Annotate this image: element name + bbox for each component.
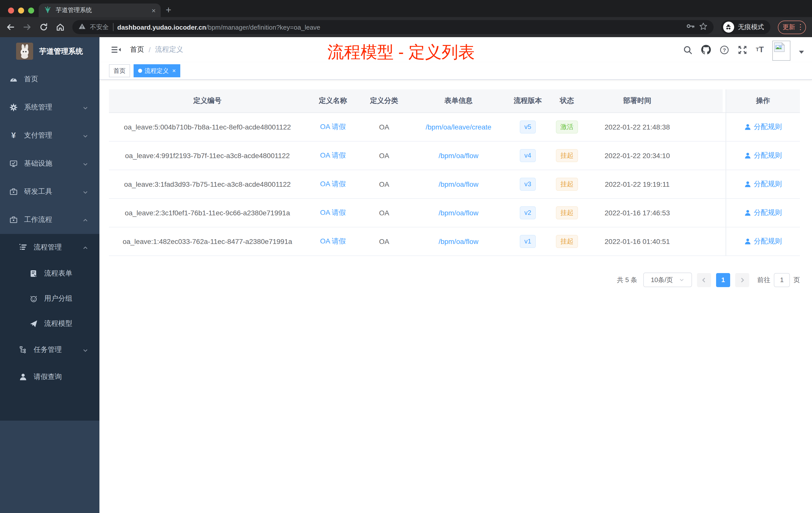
incognito-label: 无痕模式 [738, 23, 764, 32]
form-link[interactable]: /bpm/oa/flow [439, 209, 478, 217]
github-icon[interactable] [701, 45, 711, 55]
version-badge: v4 [520, 149, 535, 162]
sidebar-item-payment[interactable]: ¥ 支付管理 [0, 121, 99, 150]
chevron-down-icon [82, 189, 88, 197]
definition-name-link[interactable]: OA 请假 [320, 180, 346, 189]
page-content: 定义编号 定义名称 定义分类 表单信息 流程版本 状态 部署时间 操作 oa_l… [99, 80, 812, 287]
definition-name-link[interactable]: OA 请假 [320, 208, 346, 217]
annotation-title: 流程模型 - 定义列表 [327, 41, 475, 64]
chevron-down-icon [82, 161, 88, 169]
form-link[interactable]: /bpm/oa/flow [439, 152, 478, 160]
browser-tab[interactable]: 芋道管理系统 × [39, 3, 161, 17]
list-tree-icon [19, 243, 27, 251]
chevron-down-icon [82, 132, 88, 141]
sidebar-item-infrastructure[interactable]: 基础设施 [0, 150, 99, 178]
page-number-active[interactable]: 1 [716, 273, 730, 287]
cell-deploy-time: 2022-01-22 21:48:38 [587, 113, 688, 141]
chevron-up-icon [82, 217, 88, 225]
sidebar-logo[interactable]: 芋道管理系统 [0, 37, 99, 65]
fullscreen-icon[interactable] [738, 45, 747, 55]
close-window-button[interactable] [8, 7, 14, 13]
page-size-select[interactable]: 10条/页 [643, 273, 692, 287]
version-badge: v2 [520, 206, 535, 219]
chevron-left-icon [701, 277, 707, 283]
assign-rule-button[interactable]: 分配规则 [744, 180, 782, 189]
sidebar-item-dev-tools[interactable]: 研发工具 [0, 178, 99, 206]
back-icon[interactable] [6, 23, 15, 32]
chevron-up-icon [82, 244, 88, 252]
breadcrumb: 首页 / 流程定义 [130, 45, 183, 54]
paper-plane-icon [30, 320, 38, 328]
incognito-chip: 无痕模式 [721, 20, 770, 34]
cell-definition-id: oa_leave:4:991f2193-7b7f-11ec-a3c8-acde4… [109, 142, 306, 170]
status-badge: 挂起 [556, 178, 578, 191]
url-bar[interactable]: 不安全 dashboard.yudao.iocoder.cn/bpm/manag… [72, 20, 713, 34]
user-avatar[interactable] [772, 41, 790, 61]
window-controls[interactable] [8, 7, 34, 13]
bookmark-star-icon[interactable] [699, 22, 707, 32]
assign-rule-button[interactable]: 分配规则 [744, 237, 782, 246]
cell-definition-id: oa_leave:2:3c1f0ef1-76b1-11ec-9c66-a2380… [109, 199, 306, 227]
sidebar-item-task-management[interactable]: 任务管理 [0, 336, 99, 363]
sidebar-item-user-group[interactable]: 用户分组 [0, 286, 99, 311]
assign-rule-button[interactable]: 分配规则 [744, 151, 782, 160]
assign-rule-button[interactable]: 分配规则 [744, 122, 782, 131]
assign-rule-button[interactable]: 分配规则 [744, 208, 782, 217]
form-link[interactable]: /bpm/oa/flow [439, 180, 478, 188]
sidebar-item-process-model[interactable]: 流程模型 [0, 311, 99, 336]
definition-name-link[interactable]: OA 请假 [320, 122, 346, 131]
tag-process-definition[interactable]: 流程定义 × [134, 64, 180, 77]
kebab-menu-icon[interactable] [800, 24, 801, 30]
sidebar-item-system[interactable]: 系统管理 [0, 93, 99, 121]
warning-icon [78, 22, 86, 32]
sidebar-item-process-management[interactable]: 流程管理 [0, 234, 99, 261]
new-tab-button[interactable]: + [166, 4, 171, 16]
version-badge: v5 [520, 120, 535, 133]
definition-name-link[interactable]: OA 请假 [320, 151, 346, 160]
prev-page-button[interactable] [697, 273, 711, 287]
cell-category: OA [360, 113, 408, 141]
goto-page-input[interactable] [774, 273, 790, 287]
browser-menu-update-button[interactable]: 更新 [778, 20, 806, 34]
definition-table: 定义编号 定义名称 定义分类 表单信息 流程版本 状态 部署时间 操作 oa_l… [109, 89, 800, 256]
sidebar-item-home[interactable]: 首页 [0, 65, 99, 93]
org-tree-icon [19, 346, 27, 354]
divider [113, 23, 113, 31]
cell-category: OA [360, 228, 408, 255]
tag-close-icon[interactable]: × [172, 68, 176, 74]
next-page-button[interactable] [735, 273, 749, 287]
table-header-row: 定义编号 定义名称 定义分类 表单信息 流程版本 状态 部署时间 操作 [109, 89, 800, 113]
person-icon [744, 209, 751, 216]
person-icon [744, 181, 751, 188]
monitor-check-icon [9, 160, 18, 168]
goto-label: 前往 [757, 275, 770, 284]
form-link[interactable]: /bpm/oa/leave/create [426, 123, 491, 131]
cell-category: OA [360, 170, 408, 198]
tab-close-icon[interactable]: × [152, 7, 156, 14]
document-edit-icon [30, 270, 38, 278]
security-label[interactable]: 不安全 [90, 23, 109, 31]
password-key-icon[interactable] [686, 22, 695, 33]
avatar-caret-icon[interactable] [799, 51, 804, 54]
update-label[interactable]: 更新 [783, 23, 795, 31]
minimize-window-button[interactable] [18, 7, 24, 13]
col-header-id: 定义编号 [109, 89, 306, 113]
help-icon[interactable]: ? [720, 45, 729, 55]
reload-icon[interactable] [39, 23, 48, 32]
hamburger-icon[interactable] [111, 45, 121, 55]
tag-home[interactable]: 首页 [109, 64, 130, 77]
zoom-window-button[interactable] [28, 7, 34, 13]
sidebar-item-workflow[interactable]: 工作流程 [0, 206, 99, 234]
form-link[interactable]: /bpm/oa/flow [439, 237, 478, 245]
search-icon[interactable] [683, 45, 693, 55]
face-icon [30, 295, 38, 303]
home-icon[interactable] [56, 23, 65, 32]
sidebar-item-process-form[interactable]: 流程表单 [0, 261, 99, 286]
font-size-icon[interactable]: TT [756, 46, 764, 54]
page-unit-label: 页 [793, 275, 800, 284]
definition-name-link[interactable]: OA 请假 [320, 237, 346, 246]
sidebar-item-leave-query[interactable]: 请假查询 [0, 363, 99, 391]
breadcrumb-home[interactable]: 首页 [130, 45, 144, 54]
forward-icon[interactable] [23, 23, 32, 32]
status-badge: 挂起 [556, 235, 578, 248]
